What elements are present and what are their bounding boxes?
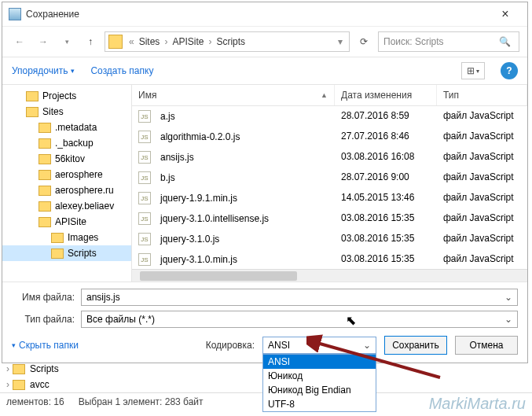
file-list: Имя▲ Дата изменения Тип JSa.js28.07.2016… xyxy=(132,85,527,282)
chevron-down-icon[interactable]: ▾ xyxy=(335,36,346,47)
forward-button[interactable]: → xyxy=(34,32,53,51)
watermark: MarkiMarta.ru xyxy=(429,395,526,413)
file-type: файл JavaScript xyxy=(437,109,527,124)
chevron-down-icon[interactable]: ⌄ xyxy=(504,292,512,303)
filetype-label: Тип файла: xyxy=(12,314,75,325)
file-type: файл JavaScript xyxy=(437,170,527,186)
tree-item[interactable]: ._backup xyxy=(2,135,131,151)
search-icon: 🔍 xyxy=(499,36,511,47)
tree-item[interactable]: alexey.beliaev xyxy=(2,198,131,214)
toolbar: Упорядочить▾ Создать папку ⊞ ▾ ? xyxy=(2,57,527,85)
file-name: jquery-3.1.0.min.js xyxy=(160,254,237,265)
file-type: файл JavaScript xyxy=(437,211,527,226)
col-date-header[interactable]: Дата изменения xyxy=(335,85,437,105)
horizontal-scrollbar[interactable] xyxy=(132,269,527,282)
refresh-button[interactable]: ⟳ xyxy=(354,32,373,51)
file-name: jquery-3.1.0.js xyxy=(160,234,219,245)
file-row[interactable]: JSjquery-3.1.0.js03.08.2016 15:35файл Ja… xyxy=(132,229,527,249)
tree-item[interactable]: 56kitov xyxy=(2,151,131,167)
status-selection: Выбран 1 элемент: 283 байт xyxy=(79,396,204,407)
encoding-dropdown[interactable]: ANSIЮникодЮникод Big EndianUTF-8 xyxy=(262,354,376,412)
encoding-select[interactable]: ANSI ⌄ xyxy=(262,337,376,354)
save-button[interactable]: Сохранить xyxy=(384,336,447,355)
tree-item[interactable]: Scripts xyxy=(2,245,131,261)
file-header: Имя▲ Дата изменения Тип xyxy=(132,85,527,106)
file-date: 03.08.2016 15:35 xyxy=(335,252,437,267)
close-button[interactable]: × xyxy=(490,7,521,21)
search-input[interactable]: Поиск: Scripts 🔍 xyxy=(378,31,519,52)
chevron-icon: › xyxy=(161,36,171,47)
tree-item-label: 56kitov xyxy=(55,153,85,164)
file-date: 14.05.2015 13:46 xyxy=(335,190,437,206)
encoding-option[interactable]: Юникод Big Endian xyxy=(263,383,376,397)
file-row[interactable]: JSjquery-1.9.1.min.js14.05.2015 13:46фай… xyxy=(132,188,527,208)
js-file-icon: JS xyxy=(138,233,151,245)
file-row[interactable]: JSa.js28.07.2016 8:59файл JavaScript xyxy=(132,106,527,127)
file-row[interactable]: JSansijs.js03.08.2016 16:08файл JavaScri… xyxy=(132,147,527,168)
nav-row: ← → ▾ ↑ « Sites › APISite › Scripts ▾ ⟳ … xyxy=(2,27,527,57)
js-file-icon: JS xyxy=(138,171,151,184)
breadcrumb[interactable]: « Sites › APISite › Scripts ▾ xyxy=(105,31,350,52)
chevron-down-icon: ▾ xyxy=(71,67,75,75)
js-file-icon: JS xyxy=(138,151,151,164)
file-type: файл JavaScript xyxy=(437,129,527,145)
file-row[interactable]: JSjquery-3.1.0.min.js03.08.2016 15:35фай… xyxy=(132,249,527,269)
file-date: 28.07.2016 8:59 xyxy=(335,109,437,124)
file-name: jquery-3.1.0.intellisense.js xyxy=(160,213,269,224)
hide-folders-button[interactable]: ▾Скрыть папки xyxy=(12,340,79,351)
encoding-option[interactable]: UTF-8 xyxy=(263,397,376,411)
file-date: 27.07.2016 8:46 xyxy=(335,129,437,145)
tree-item[interactable]: aerosphere.ru xyxy=(2,182,131,198)
tree-item[interactable]: APISite xyxy=(2,214,131,230)
file-name: a.js xyxy=(160,111,175,122)
breadcrumb-item[interactable]: Scripts xyxy=(215,36,247,47)
tree-item[interactable]: Images xyxy=(2,230,131,245)
bg-item-label: Scripts xyxy=(30,363,59,374)
tree-item-label: Projects xyxy=(42,90,76,101)
folder-tree[interactable]: ProjectsSites.metadata._backup56kitovaer… xyxy=(2,85,132,282)
file-date: 03.08.2016 15:35 xyxy=(335,231,437,247)
tree-item-label: Images xyxy=(68,232,98,243)
bg-item-label: avcc xyxy=(30,379,50,390)
chevron-icon: « xyxy=(126,36,138,47)
up-button[interactable]: ↑ xyxy=(81,32,100,51)
js-file-icon: JS xyxy=(138,253,151,266)
file-row[interactable]: JSjquery-3.1.0.intellisense.js03.08.2016… xyxy=(132,208,527,229)
encoding-option[interactable]: ANSI xyxy=(263,355,376,369)
mouse-cursor-icon: ⬉ xyxy=(346,313,356,328)
tree-item-label: APISite xyxy=(55,216,86,227)
back-button[interactable]: ← xyxy=(10,32,29,51)
titlebar: Сохранение × xyxy=(2,2,527,27)
encoding-option[interactable]: Юникод xyxy=(263,369,376,383)
tree-item[interactable]: .metadata xyxy=(2,120,131,135)
tree-item[interactable]: Projects xyxy=(2,88,131,104)
new-folder-button[interactable]: Создать папку xyxy=(90,65,153,76)
folder-icon xyxy=(39,217,51,227)
view-button[interactable]: ⊞ ▾ xyxy=(461,62,485,79)
cancel-button[interactable]: Отмена xyxy=(455,336,518,355)
file-row[interactable]: JSb.js28.07.2016 9:00файл JavaScript xyxy=(132,168,527,188)
filename-input[interactable]: ansijs.js⌄ xyxy=(81,289,518,306)
filetype-select[interactable]: Все файлы (*.*)⌄ xyxy=(81,311,518,328)
save-dialog: Сохранение × ← → ▾ ↑ « Sites › APISite ›… xyxy=(2,2,528,363)
tree-item[interactable]: Sites xyxy=(2,104,131,120)
folder-icon xyxy=(39,138,51,149)
help-button[interactable]: ? xyxy=(501,62,518,79)
folder-icon xyxy=(39,170,51,180)
file-rows[interactable]: JSa.js28.07.2016 8:59файл JavaScriptJSal… xyxy=(132,106,527,269)
file-row[interactable]: JSalgorithmia-0.2.0.js27.07.2016 8:46фай… xyxy=(132,127,527,147)
organize-button[interactable]: Упорядочить▾ xyxy=(12,65,75,76)
js-file-icon: JS xyxy=(138,192,151,204)
col-name-header[interactable]: Имя▲ xyxy=(132,85,335,105)
filename-label: Имя файла: xyxy=(12,292,75,303)
chevron-icon: › xyxy=(6,363,9,374)
col-type-header[interactable]: Тип xyxy=(437,85,527,105)
recent-button[interactable]: ▾ xyxy=(57,32,76,51)
tree-item[interactable]: aerosphere xyxy=(2,167,131,182)
sort-asc-icon: ▲ xyxy=(321,91,328,99)
breadcrumb-item[interactable]: APISite xyxy=(171,36,205,47)
scrollbar-thumb[interactable] xyxy=(140,271,297,281)
file-date: 28.07.2016 9:00 xyxy=(335,170,437,186)
breadcrumb-item[interactable]: Sites xyxy=(138,36,162,47)
chevron-down-icon[interactable]: ⌄ xyxy=(504,314,512,325)
